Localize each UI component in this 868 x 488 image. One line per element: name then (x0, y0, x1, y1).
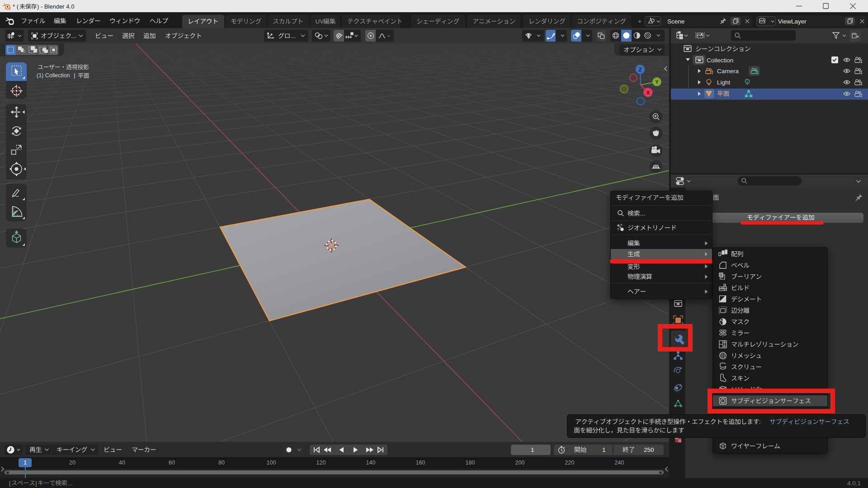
svg-text:Z: Z (638, 67, 642, 72)
svg-text:Y: Y (655, 79, 659, 84)
svg-text:X: X (646, 90, 650, 95)
